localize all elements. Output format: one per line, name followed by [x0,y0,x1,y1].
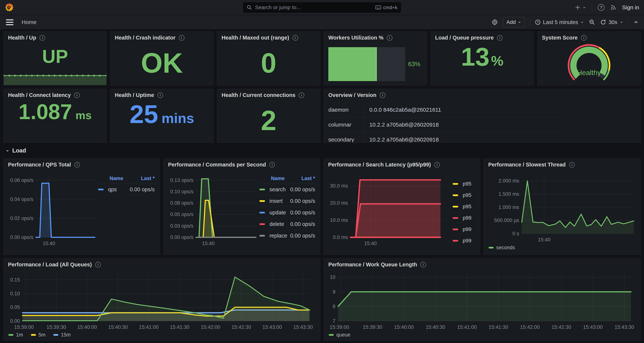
legend-item[interactable]: 1m [8,332,23,338]
svg-text:0.08 ops/s: 0.08 ops/s [170,200,194,206]
add-panel-button[interactable]: Add [503,17,525,27]
svg-text:0.05 ops/s: 0.05 ops/s [170,212,194,217]
svg-text:30.0 ms: 30.0 ms [330,183,348,189]
svg-text:15:40:00: 15:40:00 [77,324,97,330]
latency-chart[interactable]: 0.0 ms10.0 ms20.0 ms30.0 ms15:40 [325,173,448,248]
panel-title[interactable]: Health / Current connections [222,92,295,98]
panel-title[interactable]: Health / Crash indicator [115,35,176,41]
slowest-thread-chart[interactable]: 0 s500.000 µs1.000 ms1.500 ms2.000 ms15:… [485,173,638,245]
svg-text:0.04 ops/s: 0.04 ops/s [10,196,33,202]
info-icon[interactable] [380,93,385,98]
legend-item[interactable]: p95 [453,180,472,187]
series-color-chip [8,334,14,336]
panel-title[interactable]: Performance / Work Queue Length [328,261,417,268]
svg-text:15:43:30: 15:43:30 [614,324,634,330]
row-load-toggle[interactable]: Load [5,147,26,154]
info-icon[interactable] [269,162,275,168]
bar-gauge[interactable] [328,47,405,81]
panel-title[interactable]: Health / Uptime [115,92,154,98]
panel-title[interactable]: Performance / QPS Total [8,162,71,168]
news-rss-icon[interactable] [610,4,616,11]
panel-title[interactable]: Load / Queue pressure [435,35,494,41]
info-icon[interactable] [74,93,80,98]
panel-system-score: System Score Healthy [537,31,641,85]
info-icon[interactable] [581,35,586,41]
legend-item[interactable]: p99 [453,215,472,221]
svg-text:9: 9 [332,289,336,295]
svg-text:15:41:00: 15:41:00 [457,324,477,330]
legend-col-name[interactable]: Name [110,176,123,181]
version-value: 0.0.0 846c2ab5a@26021611 [364,102,441,117]
table-row: columnar 10.2.2 a705ab6@26020918 [328,117,560,132]
sparkline[interactable] [4,72,106,85]
collapse-toolbar-icon[interactable] [633,19,639,25]
sign-in-button[interactable]: Sign in [622,4,639,11]
breadcrumb[interactable]: Home [22,19,36,25]
legend-item[interactable]: queue [329,332,350,338]
legend-item[interactable]: p99 [453,226,472,233]
panel-title[interactable]: Performance / Load (All Queues) [8,261,92,268]
commands-chart[interactable]: 0.00 ops/s0.03 ops/s0.05 ops/s0.08 ops/s… [165,173,259,248]
svg-text:0.05: 0.05 [10,304,20,310]
legend-col-last[interactable]: Last * [301,176,315,181]
info-icon[interactable] [434,162,440,168]
panel-title[interactable]: Performance / Commands per Second [168,162,266,168]
info-icon[interactable] [158,93,163,98]
legend-item[interactable]: 5m [31,332,46,338]
version-component: columnar [328,117,364,132]
info-icon[interactable] [292,35,298,41]
divider [530,18,530,26]
legend-row[interactable]: qps0.00 ops/s [96,184,156,195]
info-icon[interactable] [179,35,184,41]
panel-title[interactable]: Health / Up [8,35,36,41]
panel-title[interactable]: Health / Maxed out (range) [222,35,289,41]
panel-title[interactable]: System Score [542,35,578,41]
search-box[interactable]: cmd+k [242,2,402,13]
panel-health-up: Health / Up UP [3,31,107,85]
info-icon[interactable] [95,262,101,267]
legend-item[interactable]: p95 [453,192,472,199]
legend-row[interactable]: update0.00 ops/s [258,207,316,218]
legend-row[interactable]: search0.00 ops/s [258,184,316,195]
info-icon[interactable] [497,35,502,41]
work-queue-chart[interactable]: 7891015:39:0015:39:3015:40:0015:40:3015:… [325,270,640,332]
panel-title[interactable]: Overview / Version [328,92,376,98]
chevron-down-icon [582,6,586,10]
legend-row[interactable]: delete0.00 ops/s [258,218,316,230]
help-icon[interactable] [598,4,604,11]
search-input[interactable] [255,5,372,11]
info-icon[interactable] [74,162,80,168]
legend-item[interactable]: 15m [53,332,71,338]
refresh-picker[interactable]: 30s [600,19,623,25]
legend-list: p95 p95 p95 p99 p99 p99 [453,180,472,249]
menu-icon[interactable] [6,19,14,25]
panel-title[interactable]: Performance / Search Latency (p95/p99) [328,162,431,168]
panel-title[interactable]: Health / Connect latency [8,92,71,98]
info-icon[interactable] [40,35,45,41]
grafana-logo-icon[interactable] [5,3,14,12]
legend-item[interactable]: seconds [488,245,515,250]
panel-title[interactable]: Workers Utilization % [328,35,384,41]
load-chart[interactable]: 0.000.050.100.1515:39:0015:39:3015:40:00… [5,270,318,332]
chevron-down-icon [620,20,623,24]
info-icon[interactable] [387,35,392,41]
series-color-chip [98,189,104,190]
zoom-out-icon[interactable] [589,19,595,25]
time-range-picker[interactable]: Last 5 minutes [535,19,584,25]
settings-gear-icon[interactable] [492,19,498,26]
add-new-button[interactable] [574,4,586,11]
system-score-gauge[interactable] [558,41,620,85]
legend-col-name[interactable]: Name [271,176,285,181]
legend-item[interactable]: p95 [453,203,472,210]
series-color-chip [488,247,494,248]
qps-chart[interactable]: 0.00 ops/s0.02 ops/s0.04 ops/s0.06 ops/s… [5,173,98,248]
panel-title[interactable]: Performance / Slowest Thread [488,162,566,168]
legend-row[interactable]: replace0.00 ops/s [258,230,316,242]
legend-row[interactable]: insert0.00 ops/s [258,195,316,207]
legend-col-last[interactable]: Last * [141,176,155,181]
legend-item[interactable]: p99 [453,237,472,244]
info-icon[interactable] [569,162,575,168]
info-icon[interactable] [299,93,304,98]
plus-icon [574,4,581,11]
info-icon[interactable] [420,262,426,267]
